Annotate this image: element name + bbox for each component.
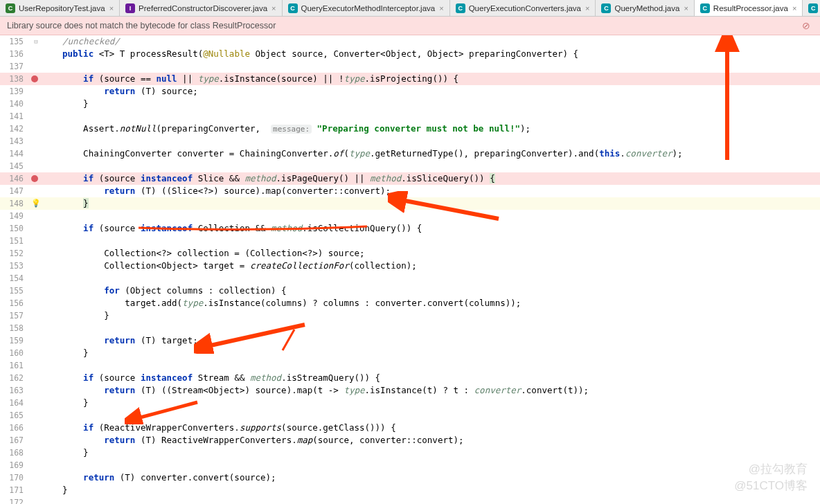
code-line[interactable]: 171} (0, 484, 820, 496)
code-text[interactable]: return (T) converter.convert(source); (58, 471, 276, 484)
gutter-marker[interactable] (29, 147, 48, 160)
code-line[interactable]: 168 } (0, 447, 820, 459)
code-line[interactable]: 166 if (ReactiveWrapperConverters.suppor… (0, 422, 820, 434)
close-icon[interactable]: × (439, 4, 443, 12)
editor-tab[interactable]: CQueryExecutorMethodInterceptor.java× (283, 0, 450, 16)
code-text[interactable]: } (58, 484, 68, 496)
gutter-marker[interactable] (29, 322, 48, 334)
gutter-marker[interactable] (29, 272, 48, 285)
gutter-marker[interactable] (29, 222, 48, 235)
code-line[interactable]: 135⊟/unchecked/ (0, 35, 820, 48)
code-line[interactable]: 153 Collection<Object> target = createCo… (0, 260, 820, 272)
code-line[interactable]: 147 return (T) ((Slice<?>) source).map(c… (0, 185, 820, 197)
code-text[interactable] (58, 210, 62, 222)
editor-tab[interactable]: CQueryExecutionConverters.java× (450, 0, 596, 16)
gutter-marker[interactable] (29, 160, 48, 172)
code-line[interactable]: 158 (0, 322, 820, 334)
code-text[interactable]: for (Object columns : collection) { (58, 285, 287, 297)
code-text[interactable] (58, 359, 62, 372)
code-text[interactable] (58, 60, 62, 73)
gutter-marker[interactable] (29, 422, 48, 434)
code-line[interactable]: 172 (0, 496, 820, 504)
code-line[interactable]: 137 (0, 60, 820, 73)
code-line[interactable]: 162 if (source instanceof Stream && meth… (0, 372, 820, 384)
code-line[interactable]: 156 target.add(type.isInstance(columns) … (0, 297, 820, 309)
code-text[interactable]: ChainingConverter converter = ChainingCo… (58, 147, 683, 160)
close-icon[interactable]: × (109, 4, 114, 12)
gutter-marker[interactable] (29, 110, 48, 123)
code-text[interactable]: target.add(type.isInstance(columns) ? co… (58, 297, 521, 309)
gutter-marker[interactable] (29, 123, 48, 135)
code-text[interactable] (58, 110, 62, 123)
fold-icon[interactable]: ⊟ (31, 37, 41, 46)
code-text[interactable]: Collection<?> collection = (Collection<?… (58, 247, 365, 260)
code-line[interactable]: 139 return (T) source; (0, 85, 820, 98)
code-text[interactable] (58, 135, 62, 147)
gutter-marker[interactable] (29, 247, 48, 260)
code-text[interactable] (58, 409, 62, 422)
gutter-marker[interactable] (29, 447, 48, 459)
gutter-marker[interactable] (29, 235, 48, 247)
editor-tab[interactable]: CQueryMethod.java× (596, 0, 694, 16)
gutter-marker[interactable] (29, 309, 48, 322)
code-text[interactable]: if (ReactiveWrapperConverters.supports(s… (58, 422, 396, 434)
gutter-marker[interactable] (29, 98, 48, 110)
code-text[interactable]: } (58, 197, 89, 210)
code-line[interactable]: 148💡 } (0, 197, 820, 210)
code-text[interactable]: /unchecked/ (58, 35, 120, 48)
code-text[interactable] (58, 322, 62, 334)
code-line[interactable]: 143 (0, 135, 820, 147)
gutter-marker[interactable] (29, 285, 48, 297)
code-line[interactable]: 163 return (T) ((Stream<Object>) source)… (0, 384, 820, 397)
breakpoint-icon[interactable] (31, 75, 38, 82)
gutter-marker[interactable] (29, 185, 48, 197)
code-text[interactable]: public <T> T processResult(@Nullable Obj… (58, 48, 578, 60)
code-text[interactable]: return (T) ((Stream<Object>) source).map… (58, 384, 589, 397)
intention-bulb-icon[interactable]: 💡 (31, 197, 41, 210)
editor-tab[interactable]: CJp× (803, 0, 820, 16)
code-text[interactable]: if (source instanceof Collection && meth… (58, 222, 422, 235)
code-line[interactable]: 141 (0, 110, 820, 123)
code-text[interactable]: return (T) source; (58, 85, 198, 98)
code-line[interactable]: 150 if (source instanceof Collection && … (0, 222, 820, 235)
gutter-marker[interactable] (29, 359, 48, 372)
gutter-marker[interactable] (29, 334, 48, 347)
code-line[interactable]: 149 (0, 210, 820, 222)
code-line[interactable]: 164 } (0, 397, 820, 409)
code-text[interactable]: if (source == null || type.isInstance(so… (58, 73, 458, 85)
gutter-marker[interactable] (29, 210, 48, 222)
gutter-marker[interactable] (29, 459, 48, 471)
code-text[interactable] (58, 235, 62, 247)
code-text[interactable]: } (58, 347, 89, 359)
gutter-marker[interactable] (29, 471, 48, 484)
gutter-marker[interactable] (29, 297, 48, 309)
gutter-marker[interactable] (29, 434, 48, 447)
banner-close-icon[interactable]: ⊘ (799, 20, 813, 31)
code-text[interactable]: return (T) ((Slice<?>) source).map(conve… (58, 185, 391, 197)
code-line[interactable]: 160 } (0, 347, 820, 359)
code-line[interactable]: 138 if (source == null || type.isInstanc… (0, 73, 820, 85)
code-line[interactable]: 161 (0, 359, 820, 372)
code-line[interactable]: 154 (0, 272, 820, 285)
code-line[interactable]: 159 return (T) target; (0, 334, 820, 347)
code-line[interactable]: 136public <T> T processResult(@Nullable … (0, 48, 820, 60)
code-text[interactable]: Assert.notNull(preparingConverter, messa… (58, 123, 531, 135)
gutter-marker[interactable] (29, 73, 48, 85)
code-line[interactable]: 155 for (Object columns : collection) { (0, 285, 820, 297)
code-line[interactable]: 146 if (source instanceof Slice && metho… (0, 172, 820, 185)
gutter-marker[interactable] (29, 409, 48, 422)
close-icon[interactable]: × (585, 4, 589, 12)
code-text[interactable]: } (58, 447, 89, 459)
editor-tab[interactable]: CUserRepositoryTest.java× (0, 0, 120, 16)
code-text[interactable] (58, 459, 62, 471)
code-line[interactable]: 140 } (0, 98, 820, 110)
code-line[interactable]: 169 (0, 459, 820, 471)
code-text[interactable]: } (58, 98, 89, 110)
code-line[interactable]: 167 return (T) ReactiveWrapperConverters… (0, 434, 820, 447)
code-line[interactable]: 165 (0, 409, 820, 422)
gutter-marker[interactable] (29, 397, 48, 409)
code-text[interactable] (58, 496, 62, 504)
editor-tab[interactable]: IPreferredConstructorDiscoverer.java× (120, 0, 282, 16)
code-line[interactable]: 142 Assert.notNull(preparingConverter, m… (0, 123, 820, 135)
code-text[interactable]: if (source instanceof Stream && method.i… (58, 372, 380, 384)
